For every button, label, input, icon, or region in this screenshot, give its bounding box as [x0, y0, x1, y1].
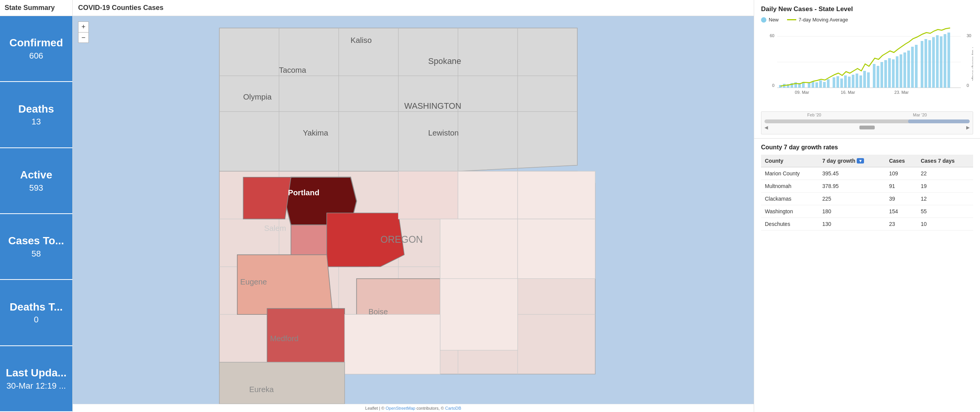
svg-marker-29 [440, 279, 518, 350]
carto-link[interactable]: CartoDB [445, 406, 461, 410]
cell-growth: 180 [818, 205, 885, 218]
legend-new: New [761, 17, 779, 23]
svg-rect-72 [848, 77, 851, 88]
right-panel: Daily New Cases - State Level New 7-day … [754, 0, 980, 412]
map-container: COVID-19 Counties Cases + − [73, 0, 754, 412]
stat-active: Active 593 [0, 148, 72, 214]
cell-cases7: 10 [917, 218, 973, 231]
svg-rect-70 [840, 78, 843, 88]
col-cases-7days: Cases 7 days [917, 155, 973, 167]
svg-rect-87 [907, 51, 910, 88]
deaths-t-label: Deaths T... [10, 301, 62, 314]
svg-text:OREGON: OREGON [381, 234, 423, 245]
stat-cases-to: Cases To... 58 [0, 214, 72, 280]
deaths-label: Deaths [18, 103, 54, 116]
svg-text:Salem: Salem [264, 224, 286, 232]
cell-county: Clackamas [761, 193, 818, 205]
new-dot-icon [761, 17, 766, 23]
svg-rect-90 [921, 41, 923, 88]
svg-text:16. Mar: 16. Mar [841, 90, 855, 95]
svg-text:Medford: Medford [270, 334, 298, 343]
last-update-value: 30-Mar 12:19 ... [7, 381, 66, 391]
table-header-row: County 7 day growth ▼ Cases Cases 7 days [761, 155, 973, 167]
cell-cases: 39 [885, 193, 917, 205]
svg-rect-69 [836, 76, 839, 88]
deaths-value: 13 [31, 117, 41, 127]
col-7day-growth[interactable]: 7 day growth ▼ [818, 155, 885, 167]
svg-text:Tacoma: Tacoma [279, 66, 307, 74]
range-nav: ◀ ▶ [761, 125, 973, 130]
active-label: Active [20, 168, 52, 181]
svg-text:60: 60 [770, 33, 774, 38]
svg-marker-24 [399, 171, 458, 219]
svg-rect-93 [932, 37, 935, 88]
svg-rect-83 [892, 59, 895, 88]
range-area[interactable]: Feb '20 Mar '20 ◀ ▶ [761, 111, 973, 134]
table-row: Clackamas 225 39 12 [761, 193, 973, 205]
map-controls: + − [78, 21, 89, 43]
map-svg: Kaliso Spokane Olympia Tacoma Yakima WAS… [73, 16, 754, 404]
chart-legend: New 7-day Moving Average [761, 17, 973, 23]
svg-marker-30 [345, 314, 440, 374]
chart-svg: 60 0 30 0 7-day Moving Average [761, 26, 973, 110]
map-footer: Leaflet | © OpenStreetMap contributors, … [73, 404, 754, 412]
chart-wrap: 60 0 30 0 7-day Moving Average [761, 26, 973, 110]
range-handle[interactable] [859, 126, 875, 129]
col-county: County [761, 155, 818, 167]
svg-text:0: 0 [772, 83, 774, 88]
svg-rect-71 [844, 75, 847, 88]
range-left-arrow[interactable]: ◀ [764, 125, 768, 130]
range-label-mar: Mar '20 [913, 113, 927, 117]
svg-rect-64 [815, 82, 818, 88]
table-section: County 7 day growth rates County 7 day g… [754, 139, 980, 412]
svg-text:Portland: Portland [288, 188, 319, 197]
cell-cases7: 55 [917, 205, 973, 218]
svg-rect-74 [856, 74, 858, 88]
table-row: Marion County 395.45 109 22 [761, 167, 973, 180]
svg-marker-25 [458, 171, 518, 219]
svg-rect-78 [873, 64, 875, 88]
zoom-in-button[interactable]: + [78, 21, 89, 32]
svg-rect-85 [900, 54, 902, 88]
cases-to-label: Cases To... [8, 234, 64, 247]
svg-rect-97 [947, 33, 950, 88]
legend-avg: 7-day Moving Average [787, 17, 848, 23]
svg-marker-28 [518, 219, 595, 279]
confirmed-value: 606 [29, 51, 43, 61]
svg-rect-96 [944, 34, 946, 88]
svg-rect-95 [940, 36, 942, 88]
cell-growth: 225 [818, 193, 885, 205]
map-title: COVID-19 Counties Cases [73, 0, 754, 16]
cell-cases7: 19 [917, 180, 973, 193]
contributors-text: contributors, © [415, 406, 445, 410]
osm-link[interactable]: OpenStreetMap [385, 406, 415, 410]
cell-cases: 154 [885, 205, 917, 218]
map-area[interactable]: + − [73, 16, 754, 404]
svg-rect-81 [884, 60, 887, 88]
svg-marker-44 [219, 362, 345, 404]
svg-text:Yakima: Yakima [303, 129, 328, 137]
cell-growth: 395.45 [818, 167, 885, 180]
svg-text:30: 30 [967, 33, 971, 38]
range-track[interactable] [764, 119, 970, 123]
avg-label: 7-day Moving Average [799, 17, 848, 23]
svg-rect-84 [896, 56, 898, 88]
range-selected [908, 119, 970, 123]
svg-rect-75 [859, 75, 862, 88]
table-row: Multnomah 378.95 91 19 [761, 180, 973, 193]
zoom-out-button[interactable]: − [78, 32, 89, 43]
table-row: Washington 180 154 55 [761, 205, 973, 218]
range-label-feb: Feb '20 [807, 113, 821, 117]
svg-text:Olympia: Olympia [243, 93, 272, 101]
deaths-t-value: 0 [34, 315, 38, 325]
svg-text:Kaliso: Kaliso [351, 36, 372, 44]
sort-icon: ▼ [857, 158, 864, 163]
new-label: New [769, 17, 779, 23]
active-value: 593 [29, 183, 43, 193]
svg-marker-26 [518, 171, 595, 219]
svg-rect-68 [833, 77, 835, 88]
col-cases: Cases [885, 155, 917, 167]
range-right-arrow[interactable]: ▶ [966, 125, 970, 130]
last-update-label: Last Upda... [6, 366, 67, 379]
svg-text:0: 0 [967, 83, 969, 88]
